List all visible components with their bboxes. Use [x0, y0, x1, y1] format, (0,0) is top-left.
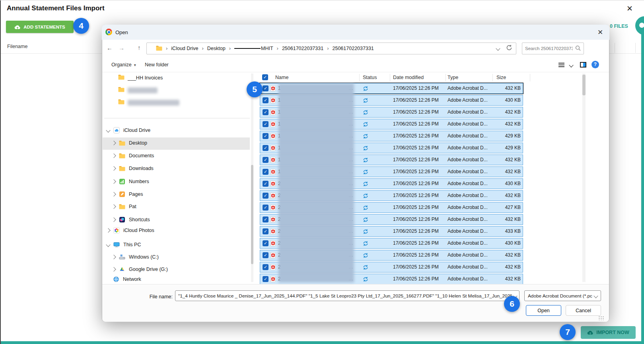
chevron-right-icon[interactable] — [111, 179, 116, 184]
import-now-button[interactable]: IMPORT NOW — [581, 326, 636, 339]
column-header-type[interactable]: Type — [447, 75, 458, 80]
chevron-down-icon[interactable] — [106, 242, 110, 247]
chevron-right-icon[interactable] — [111, 141, 116, 145]
help-icon[interactable]: ? — [591, 61, 599, 68]
breadcrumb-item[interactable]: MHIT — [234, 46, 273, 51]
folder-icon — [118, 99, 125, 106]
select-all-checkbox[interactable]: ✓ — [262, 74, 268, 80]
icloud-icon — [113, 127, 120, 133]
resize-grip[interactable] — [598, 316, 605, 321]
column-header-date-modified[interactable]: Date modified — [393, 75, 424, 80]
file-checkbox[interactable]: ✓ — [263, 109, 268, 115]
preview-pane-icon[interactable] — [580, 62, 586, 68]
sidebar-item-numbers[interactable]: Numbers — [112, 178, 149, 185]
up-button[interactable]: ↑ — [138, 44, 141, 51]
file-date-modified: 17/06/2025 12:26 PM — [393, 252, 439, 258]
sidebar-item[interactable] — [118, 87, 158, 93]
sidebar-item[interactable] — [118, 99, 179, 106]
breadcrumb-item[interactable]: iCloud Drive — [171, 46, 198, 51]
file-checkbox[interactable]: ✓ — [263, 276, 268, 282]
open-button[interactable]: Open — [526, 305, 561, 316]
column-header-size[interactable]: Size — [496, 75, 506, 80]
column-header-status[interactable]: Status — [363, 75, 377, 80]
chevron-right-icon[interactable] — [111, 166, 116, 170]
folder-icon — [119, 141, 125, 146]
svg-text:A: A — [272, 218, 274, 221]
sidebar-item-downloads[interactable]: Downloads — [112, 166, 154, 171]
organize-menu[interactable]: Organize ▾ — [111, 62, 136, 68]
filelist-scrollbar-thumb[interactable] — [582, 75, 586, 95]
chevron-right-icon[interactable] — [111, 153, 116, 158]
filelist-scrollbar[interactable] — [582, 73, 586, 282]
chevron-right-icon[interactable] — [111, 192, 116, 196]
file-checkbox[interactable]: ✓ — [263, 240, 268, 246]
file-size: 432 KB — [483, 157, 521, 162]
file-checkbox[interactable]: ✓ — [263, 216, 268, 222]
pdf-file-icon: A — [270, 264, 276, 271]
view-list-icon[interactable] — [558, 63, 564, 67]
breadcrumb-item[interactable]: Desktop — [207, 46, 226, 51]
cancel-button[interactable]: Cancel — [566, 305, 601, 316]
breadcrumb-item[interactable]: 250617022037331 — [333, 46, 374, 51]
chevron-right-icon[interactable] — [111, 204, 116, 209]
file-checkbox[interactable]: ✓ — [263, 133, 268, 139]
file-checkbox[interactable]: ✓ — [263, 193, 268, 199]
search-icon[interactable] — [575, 45, 581, 52]
files-count: 0 FILES — [610, 23, 628, 29]
file-size: 432 KB — [483, 109, 521, 115]
sidebar-item-this-pc[interactable]: This PC — [107, 242, 141, 248]
sidebar-scrollbar-thumb[interactable] — [251, 165, 253, 264]
search-input[interactable] — [524, 43, 574, 54]
file-checkbox[interactable]: ✓ — [263, 169, 268, 175]
sidebar-item-icloud-photos[interactable]: iCloud Photos — [107, 227, 154, 234]
chevron-right-icon[interactable] — [111, 217, 116, 222]
back-button[interactable]: ← — [107, 44, 113, 51]
header-column-divider — [359, 74, 360, 81]
forward-button[interactable]: → — [119, 44, 125, 51]
sidebar-item-windows-c-[interactable]: Windows (C:) — [112, 254, 159, 260]
sidebar-item-network[interactable]: Network — [107, 276, 141, 282]
file-checkbox[interactable]: ✓ — [263, 85, 268, 91]
chevron-down-icon[interactable] — [106, 128, 110, 132]
sidebar-item-shortcuts[interactable]: Shortcuts — [112, 216, 150, 223]
file-checkbox[interactable]: ✓ — [263, 181, 268, 187]
chevron-right-icon[interactable] — [111, 255, 116, 259]
sidebar-item-label: Desktop — [129, 140, 147, 146]
sidebar-item-pages[interactable]: Pages — [112, 191, 143, 197]
close-icon[interactable]: ✕ — [626, 4, 633, 13]
file-type-select[interactable]: Adobe Acrobat Document (*.pc — [524, 290, 601, 301]
sync-status-icon — [363, 229, 368, 236]
file-type: Adobe Acrobat D... — [447, 216, 488, 222]
new-folder-button[interactable]: New folder — [145, 62, 169, 68]
file-checkbox[interactable]: ✓ — [263, 228, 268, 234]
sidebar-item-pat[interactable]: Pat — [112, 204, 136, 209]
refresh-icon[interactable] — [506, 44, 512, 52]
dialog-close-icon[interactable]: ✕ — [597, 28, 603, 37]
file-checkbox[interactable]: ✓ — [263, 205, 268, 211]
sidebar-item-icloud-drive[interactable]: iCloud Drive — [107, 127, 150, 133]
sidebar-item-desktop[interactable]: Desktop — [112, 140, 147, 146]
add-statements-button[interactable]: ADD STATEMENTS — [6, 21, 74, 33]
sidebar-item[interactable]: ___HH Invoices — [118, 75, 163, 81]
file-checkbox[interactable]: ✓ — [263, 145, 268, 151]
file-checkbox[interactable]: ✓ — [263, 252, 268, 258]
file-date-modified: 17/06/2025 12:26 PM — [393, 157, 439, 162]
sync-status-icon — [363, 122, 368, 128]
table-column-divider — [635, 43, 636, 53]
file-size: 432 KB — [483, 276, 521, 282]
column-header-name[interactable]: Name — [275, 75, 288, 80]
file-size: 429 KB — [483, 145, 521, 151]
file-checkbox[interactable]: ✓ — [263, 97, 268, 103]
file-checkbox[interactable]: ✓ — [263, 121, 268, 127]
chevron-right-icon[interactable] — [106, 228, 110, 232]
file-checkbox[interactable]: ✓ — [263, 157, 268, 163]
file-checkbox[interactable]: ✓ — [263, 264, 268, 270]
breadcrumb-item[interactable]: 250617022037331 — [282, 46, 323, 51]
pdf-file-icon: A — [270, 97, 276, 104]
file-name-input[interactable] — [175, 290, 519, 301]
sidebar-item-documents[interactable]: Documents — [112, 153, 154, 158]
chevron-right-icon[interactable] — [111, 267, 116, 271]
sync-status-icon — [363, 241, 368, 247]
sidebar-item-google-drive-g-[interactable]: Google Drive (G:) — [112, 266, 168, 272]
sync-status-icon — [363, 265, 368, 271]
